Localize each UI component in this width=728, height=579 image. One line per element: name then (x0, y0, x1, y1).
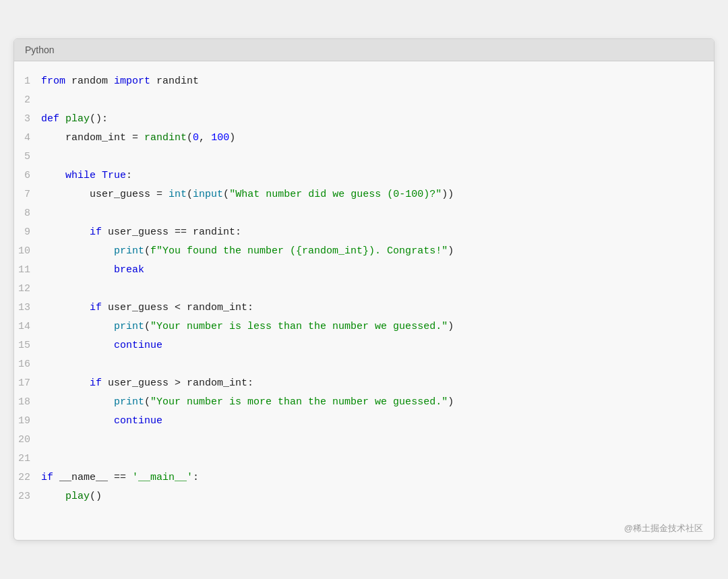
line-content: if user_guess == randint: (41, 223, 703, 242)
line-number: 14 (14, 317, 41, 336)
line-number: 13 (14, 299, 41, 317)
code-line: 15 continue (14, 336, 714, 355)
code-line: 5 (14, 148, 714, 166)
code-line: 21 (14, 450, 714, 468)
line-content: print("Your number is less than the numb… (41, 317, 703, 336)
line-content: from random import randint (41, 72, 703, 91)
line-content: print(f"You found the number ({random_in… (41, 242, 703, 261)
line-number: 3 (14, 110, 41, 129)
line-number: 6 (14, 166, 41, 185)
line-number: 19 (14, 412, 41, 431)
code-line: 22if __name__ == '__main__': (14, 468, 714, 487)
line-number: 20 (14, 431, 41, 450)
line-content: if __name__ == '__main__': (41, 468, 703, 487)
code-line: 1from random import randint (14, 72, 714, 91)
line-content: while True: (41, 166, 703, 185)
code-line: 11 break (14, 261, 714, 280)
code-line: 10 print(f"You found the number ({random… (14, 242, 714, 261)
line-number: 21 (14, 450, 41, 468)
line-content: print("Your number is more than the numb… (41, 393, 703, 412)
code-line: 9 if user_guess == randint: (14, 223, 714, 242)
line-content: user_guess = int(input("What number did … (41, 185, 703, 204)
code-line: 23 play() (14, 487, 714, 506)
line-content: random_int = randint(0, 100) (41, 129, 703, 148)
code-line: 4 random_int = randint(0, 100) (14, 129, 714, 148)
line-number: 5 (14, 148, 41, 166)
line-number: 10 (14, 242, 41, 261)
line-number: 7 (14, 185, 41, 204)
line-number: 2 (14, 91, 41, 110)
line-number: 16 (14, 355, 41, 374)
line-number: 8 (14, 204, 41, 223)
line-content: if user_guess < random_int: (41, 299, 703, 317)
code-line: 6 while True: (14, 166, 714, 185)
code-line: 13 if user_guess < random_int: (14, 299, 714, 317)
code-line: 3def play(): (14, 110, 714, 129)
code-block: Python 1from random import randint23def … (13, 38, 715, 541)
line-content: continue (41, 412, 703, 431)
line-number: 4 (14, 129, 41, 148)
code-line: 19 continue (14, 412, 714, 431)
line-number: 11 (14, 261, 41, 280)
code-line: 17 if user_guess > random_int: (14, 374, 714, 393)
line-number: 22 (14, 468, 41, 487)
code-line: 2 (14, 91, 714, 110)
code-line: 8 (14, 204, 714, 223)
code-body: 1from random import randint23def play():… (14, 61, 714, 517)
line-number: 23 (14, 487, 41, 506)
line-content: continue (41, 336, 703, 355)
code-line: 16 (14, 355, 714, 374)
line-content: break (41, 261, 703, 280)
watermark-text: @稀土掘金技术社区 (14, 517, 714, 540)
line-number: 9 (14, 223, 41, 242)
line-number: 18 (14, 393, 41, 412)
line-number: 12 (14, 280, 41, 299)
line-content: def play(): (41, 110, 703, 129)
code-line: 14 print("Your number is less than the n… (14, 317, 714, 336)
code-language-label: Python (14, 39, 714, 61)
line-number: 15 (14, 336, 41, 355)
line-content: play() (41, 487, 703, 506)
code-line: 20 (14, 431, 714, 450)
line-content: if user_guess > random_int: (41, 374, 703, 393)
line-number: 1 (14, 72, 41, 91)
code-line: 18 print("Your number is more than the n… (14, 393, 714, 412)
code-line: 7 user_guess = int(input("What number di… (14, 185, 714, 204)
line-number: 17 (14, 374, 41, 393)
code-line: 12 (14, 280, 714, 299)
